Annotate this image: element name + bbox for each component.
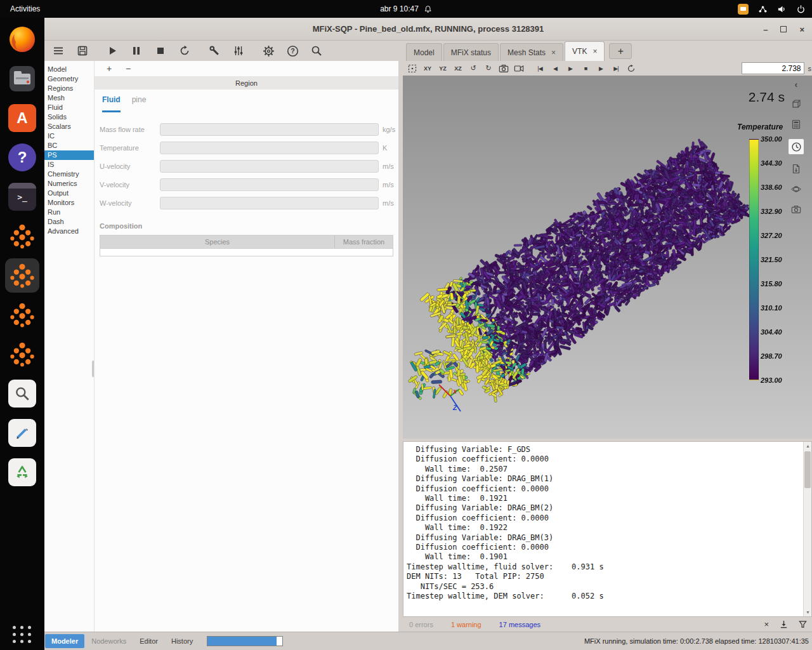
nav-item-numerics[interactable]: Numerics: [44, 179, 94, 189]
ubuntu-software-icon[interactable]: A: [5, 101, 39, 135]
close-button[interactable]: ×: [799, 25, 804, 34]
nav-item-mesh[interactable]: Mesh: [44, 93, 94, 103]
vtk-viewport[interactable]: 2.74 s Temperature 350.00344.30338.60332…: [403, 76, 812, 439]
v-velocity-input[interactable]: [160, 178, 379, 191]
nav-item-geometry[interactable]: Geometry: [44, 74, 94, 84]
nav-item-scalars[interactable]: Scalars: [44, 122, 94, 131]
warnings-count[interactable]: 1 warning: [451, 621, 481, 628]
save-log-icon[interactable]: [780, 620, 788, 628]
mfix-app-icon-3[interactable]: [5, 298, 39, 332]
view-xy-icon[interactable]: XY: [422, 63, 433, 74]
add-region-button[interactable]: +: [104, 63, 114, 74]
time-input[interactable]: [742, 62, 804, 74]
skip-last-icon[interactable]: ▶|: [610, 63, 622, 74]
w-velocity-input[interactable]: [160, 197, 379, 209]
tab-close-icon[interactable]: ×: [551, 48, 556, 57]
tab-mfix-status[interactable]: MFiX status: [443, 43, 499, 61]
nav-item-model[interactable]: Model: [44, 65, 94, 74]
settings-gear-icon[interactable]: [261, 44, 275, 58]
export-file-icon[interactable]: [790, 162, 802, 175]
nav-item-bc[interactable]: BC: [44, 141, 94, 150]
nav-item-solids[interactable]: Solids: [44, 112, 94, 122]
parameters-sliders-icon[interactable]: [232, 44, 246, 58]
minimize-button[interactable]: –: [763, 25, 768, 34]
nav-item-monitors[interactable]: Monitors: [44, 198, 94, 208]
run-icon[interactable]: [105, 44, 119, 58]
skip-first-icon[interactable]: |◀: [534, 63, 546, 74]
terminal-scrollbar[interactable]: ▲ ▼: [803, 442, 811, 616]
slice-probe-icon[interactable]: [790, 98, 802, 110]
activities-button[interactable]: Activities: [10, 0, 40, 18]
nav-item-ps[interactable]: PS: [44, 150, 94, 160]
nav-item-regions[interactable]: Regions: [44, 84, 94, 93]
snapshot-camera-icon[interactable]: [498, 63, 509, 74]
tab-vtk[interactable]: VTK×: [565, 41, 605, 61]
clock-widget[interactable]: abr 9 10:47: [380, 0, 432, 18]
recycle-icon[interactable]: [5, 455, 39, 489]
tab-close-icon[interactable]: ×: [593, 47, 597, 56]
pause-icon[interactable]: [129, 44, 143, 58]
u-velocity-input[interactable]: [160, 160, 379, 173]
window-titlebar[interactable]: MFiX-SQP - Pine_bed_old.mfx, RUNNING, pr…: [44, 18, 812, 41]
nav-item-output[interactable]: Output: [44, 189, 94, 198]
filter-messages-icon[interactable]: [799, 620, 807, 628]
search-app-icon[interactable]: [5, 376, 39, 411]
rotate-cw-icon[interactable]: ↻: [483, 63, 494, 74]
messages-count[interactable]: 17 messages: [499, 621, 540, 628]
firefox-icon[interactable]: [5, 22, 39, 56]
temperature-input[interactable]: [160, 142, 379, 154]
screen-share-indicator-icon[interactable]: [738, 4, 749, 15]
text-editor-icon[interactable]: [5, 416, 39, 450]
stop-frames-icon[interactable]: ■: [580, 63, 591, 74]
nav-item-is[interactable]: IS: [44, 160, 94, 169]
help-icon[interactable]: ?: [5, 140, 39, 175]
maximize-button[interactable]: [780, 25, 787, 34]
tab-fluid[interactable]: Fluid: [102, 95, 121, 112]
errors-count[interactable]: 0 errors: [409, 621, 433, 628]
nav-item-dash[interactable]: Dash: [44, 217, 94, 227]
menu-icon[interactable]: [51, 44, 65, 58]
orbit-reset-icon[interactable]: [790, 183, 802, 196]
files-icon[interactable]: [5, 62, 39, 96]
mfix-app-icon-4[interactable]: [5, 337, 39, 371]
power-icon[interactable]: [796, 4, 806, 14]
record-video-icon[interactable]: [513, 63, 525, 74]
nav-item-fluid[interactable]: Fluid: [44, 103, 94, 112]
scrollbar-thumb[interactable]: [804, 451, 811, 488]
mode-editor[interactable]: Editor: [133, 634, 164, 648]
remove-region-button[interactable]: −: [123, 63, 133, 74]
solver-output-terminal[interactable]: Diffusing Variable: F_GDS Diffusion coef…: [403, 441, 812, 617]
tab-model[interactable]: Model: [406, 43, 442, 61]
mode-history[interactable]: History: [165, 634, 199, 648]
system-tray[interactable]: [738, 0, 806, 18]
composition-table-body[interactable]: [100, 249, 393, 256]
nav-item-chemistry[interactable]: Chemistry: [44, 169, 94, 179]
reset-icon[interactable]: [178, 44, 192, 58]
view-yz-icon[interactable]: YZ: [437, 63, 449, 74]
mass-flow-rate-input[interactable]: [160, 123, 379, 136]
nav-item-run[interactable]: Run: [44, 208, 94, 217]
play-frames-icon[interactable]: ▶: [565, 63, 576, 74]
network-icon[interactable]: [758, 4, 768, 14]
scroll-up-icon[interactable]: ▲: [804, 442, 812, 450]
terminal-icon[interactable]: >_: [5, 180, 39, 214]
nav-item-advanced[interactable]: Advanced: [44, 227, 94, 236]
fit-view-icon[interactable]: [407, 63, 418, 74]
mfix-app-icon-1[interactable]: [5, 219, 39, 253]
collapse-panel-icon[interactable]: ‹: [790, 77, 802, 90]
rotate-ccw-icon[interactable]: ↺: [468, 63, 479, 74]
mode-nodeworks[interactable]: Nodeworks: [85, 634, 133, 648]
scroll-down-icon[interactable]: ▼: [804, 608, 812, 616]
loop-icon[interactable]: [625, 63, 637, 74]
clear-messages-icon[interactable]: ×: [764, 620, 769, 629]
step-back-icon[interactable]: ◀: [549, 63, 561, 74]
stop-icon[interactable]: [154, 44, 167, 58]
view-xz-icon[interactable]: XZ: [452, 63, 464, 74]
step-forward-icon[interactable]: ▶: [595, 63, 606, 74]
volume-icon[interactable]: [777, 4, 787, 14]
add-tab-button[interactable]: +: [609, 43, 632, 59]
calculator-icon[interactable]: [790, 118, 802, 131]
search-icon[interactable]: [310, 44, 324, 58]
camera-side-icon[interactable]: [790, 203, 802, 216]
tab-mesh-stats[interactable]: Mesh Stats×: [500, 43, 563, 61]
